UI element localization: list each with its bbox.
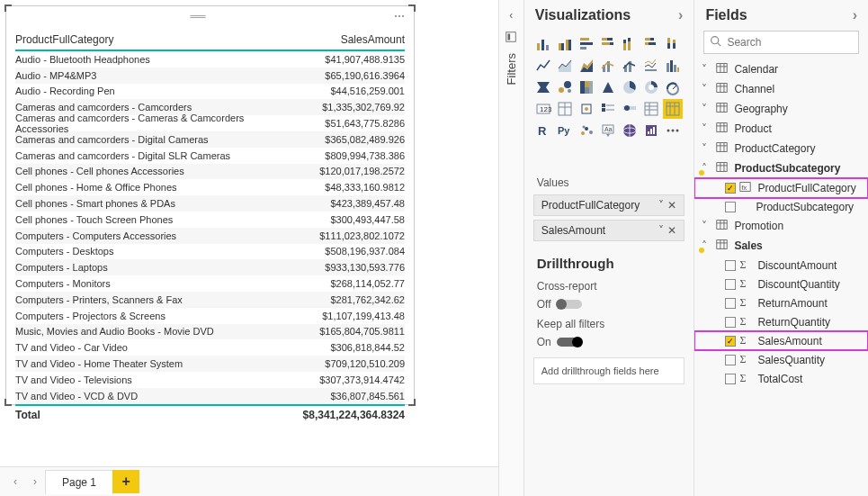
viz-table-viz[interactable] — [663, 99, 683, 119]
table-row[interactable]: Computers - Projectors & Screens$1,107,1… — [15, 308, 405, 324]
expand-icon[interactable]: ˅ — [702, 142, 712, 155]
page-next-icon[interactable]: › — [25, 473, 45, 491]
field-productfullcategory[interactable]: ✓fxProductFullCategory — [694, 178, 868, 198]
table-row[interactable]: Computers - Desktops$508,196,937.084 — [15, 244, 405, 260]
table-geography[interactable]: ˅Geography — [694, 99, 868, 119]
viz-stacked-column[interactable] — [663, 34, 683, 54]
viz-python-visual[interactable]: Py — [555, 121, 575, 140]
viz-stacked-hbar[interactable] — [577, 34, 596, 54]
table-channel[interactable]: ˅Channel — [694, 79, 868, 99]
field-productsubcategory[interactable]: ProductSubcategory — [694, 198, 868, 216]
collapse-visualizations-icon[interactable]: › — [678, 7, 683, 23]
viz-gauge[interactable] — [663, 77, 683, 97]
viz-kpi[interactable] — [577, 99, 596, 119]
table-row[interactable]: Cell phones - Home & Office Phones$48,33… — [15, 179, 405, 195]
keep-filters-toggle[interactable]: On — [537, 336, 682, 348]
table-productcategory[interactable]: ˅ProductCategory — [694, 139, 868, 158]
table-row[interactable]: TV and Video - Home Theater System$709,1… — [15, 356, 405, 372]
drillthrough-dropzone[interactable]: Add drillthrough fields here — [533, 357, 685, 384]
field-checkbox[interactable] — [725, 355, 736, 365]
expand-icon[interactable]: ˅ — [702, 83, 712, 95]
viz-card[interactable]: 123 — [533, 99, 553, 119]
expand-icon[interactable]: ˅ — [702, 103, 712, 115]
table-row[interactable]: Computers - Printers, Scanners & Fax$281… — [15, 292, 405, 308]
field-checkbox[interactable] — [725, 260, 736, 271]
viz-key-influencers[interactable] — [577, 121, 596, 140]
page-tab-1[interactable]: Page 1 — [45, 470, 113, 494]
table-row[interactable]: Music, Movies and Audio Books - Movie DV… — [15, 324, 405, 340]
viz-donut[interactable] — [641, 77, 661, 97]
table-row[interactable]: Computers - Monitors$268,114,052.77 — [15, 275, 405, 292]
field-checkbox[interactable] — [725, 202, 736, 212]
field-checkbox[interactable]: ✓ — [725, 336, 736, 347]
table-row[interactable]: TV and Video - Car Video$306,818,844.52 — [15, 339, 405, 356]
page-prev-icon[interactable]: ‹ — [5, 473, 25, 491]
table-row[interactable]: TV and Video - VCD & DVD$36,807,845.561 — [15, 388, 405, 404]
remove-field-icon[interactable]: ✕ — [667, 199, 676, 212]
viz-waterfall[interactable] — [663, 56, 683, 76]
table-sales[interactable]: ˄Sales — [694, 236, 868, 256]
expand-icon[interactable]: ˅ — [702, 63, 712, 76]
viz-powerapps[interactable] — [641, 121, 661, 140]
field-discountamount[interactable]: ΣDiscountAmount — [694, 256, 868, 275]
viz-treemap[interactable] — [577, 77, 596, 97]
chevron-down-icon[interactable]: ˅ — [658, 199, 664, 212]
viz-matrix[interactable] — [641, 99, 661, 119]
viz-arcgis[interactable] — [620, 121, 640, 140]
table-visual[interactable]: ══ ⋯ ProductFullCategory SalesAmount Aud… — [5, 5, 415, 405]
field-totalcost[interactable]: ΣTotalCost — [694, 369, 868, 388]
field-checkbox[interactable] — [725, 279, 736, 290]
field-checkbox[interactable] — [725, 298, 736, 309]
viz-pie[interactable] — [620, 77, 640, 97]
chevron-down-icon[interactable]: ˅ — [658, 224, 664, 237]
viz-100-stacked-bar[interactable] — [620, 34, 640, 54]
field-well-salesamount[interactable]: SalesAmount ˅✕ — [533, 220, 685, 241]
expand-icon[interactable]: ˅ — [702, 220, 712, 232]
viz-filled-map[interactable] — [598, 77, 618, 97]
expand-filters-icon[interactable]: ‹ — [509, 0, 513, 31]
table-row[interactable]: Audio - Bluetooth Headphones$41,907,488.… — [15, 51, 405, 68]
viz-r-visual[interactable]: R — [533, 121, 553, 140]
table-row[interactable]: Cell phones - Cell phones Accessories$12… — [15, 164, 405, 180]
viz-line-stacked[interactable] — [620, 56, 640, 76]
viz-scatter[interactable] — [555, 77, 575, 97]
viz-ribbon[interactable] — [641, 56, 661, 76]
filters-collapsed-pane[interactable]: ‹ Filters — [498, 0, 523, 496]
remove-field-icon[interactable]: ✕ — [667, 224, 676, 237]
field-checkbox[interactable] — [725, 374, 736, 384]
viz-clustered-bar[interactable] — [555, 34, 575, 54]
viz-stacked-bar[interactable] — [533, 34, 553, 54]
column-header-category[interactable]: ProductFullCategory — [15, 33, 288, 46]
viz-funnel[interactable] — [533, 77, 553, 97]
table-row[interactable]: Computers - Laptops$933,130,593.776 — [15, 259, 405, 275]
report-canvas[interactable]: ══ ⋯ ProductFullCategory SalesAmount Aud… — [0, 0, 498, 466]
table-row[interactable]: Cell phones - Smart phones & PDAs$423,38… — [15, 195, 405, 212]
search-input[interactable] — [727, 36, 853, 49]
viz-clustered-hbar[interactable] — [598, 34, 618, 54]
viz-qna[interactable]: Aa — [598, 121, 618, 140]
viz-100-stacked-hbar[interactable] — [641, 34, 661, 54]
table-row[interactable]: Computers - Computers Accessories$111,02… — [15, 228, 405, 244]
drag-handle-icon[interactable]: ══ — [189, 10, 207, 23]
viz-line[interactable] — [533, 56, 553, 76]
viz-more[interactable] — [663, 121, 683, 140]
field-salesamount[interactable]: ✓ΣSalesAmount — [694, 331, 868, 350]
field-checkbox[interactable]: ✓ — [725, 183, 736, 194]
field-returnquantity[interactable]: ΣReturnQuantity — [694, 312, 868, 331]
table-calendar[interactable]: ˅Calendar — [694, 59, 868, 79]
table-productsubcategory[interactable]: ˄ProductSubcategory — [694, 158, 868, 178]
field-discountquantity[interactable]: ΣDiscountQuantity — [694, 275, 868, 293]
table-row[interactable]: Cell phones - Touch Screen Phones$300,49… — [15, 212, 405, 228]
table-row[interactable]: Cameras and camcorders - Digital Cameras… — [15, 131, 405, 148]
collapse-fields-icon[interactable]: › — [853, 7, 857, 23]
viz-multirow-card[interactable] — [555, 99, 575, 119]
viz-line-clustered[interactable] — [598, 56, 618, 76]
field-checkbox[interactable] — [725, 317, 736, 328]
table-row[interactable]: Audio - MP4&MP3$65,190,616.3964 — [15, 68, 405, 84]
viz-stacked-area[interactable] — [577, 56, 596, 76]
cross-report-toggle[interactable]: Off — [537, 298, 682, 311]
column-header-sales[interactable]: SalesAmount — [288, 33, 405, 46]
table-row[interactable]: Cameras and camcorders - Digital SLR Cam… — [15, 148, 405, 164]
field-well-productfullcategory[interactable]: ProductFullCategory ˅✕ — [533, 194, 685, 216]
table-product[interactable]: ˅Product — [694, 119, 868, 139]
